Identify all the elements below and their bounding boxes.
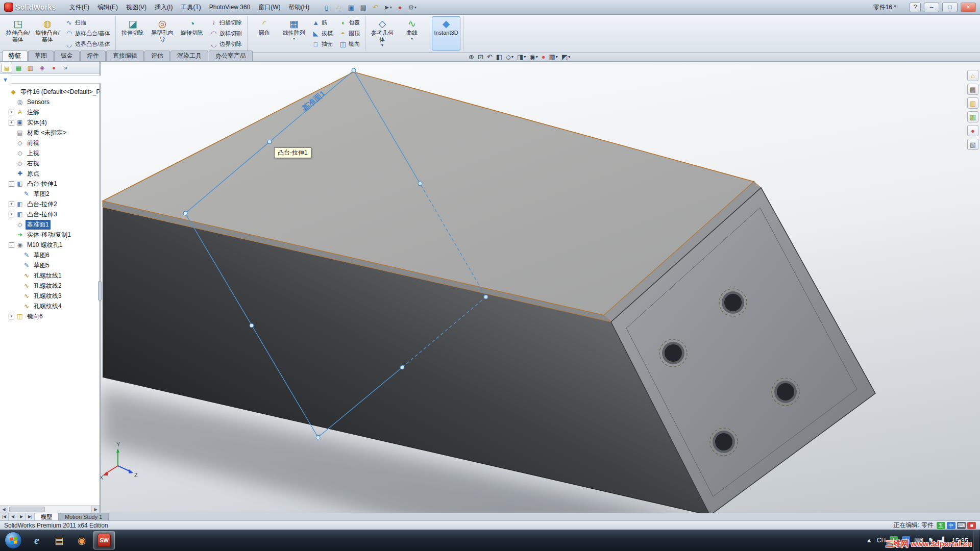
configurationmanager-tab[interactable]: ▥ [25, 63, 36, 72]
mirror-button[interactable]: ◫镜向 [336, 40, 362, 48]
previous-view-button[interactable]: ↶ [487, 53, 493, 61]
tree-item-sketch2[interactable]: ✎草图2 [0, 189, 100, 199]
filter-input[interactable] [11, 76, 104, 84]
tree-expander-icon[interactable]: + [9, 120, 14, 126]
rebuild-button[interactable]: ● [394, 2, 406, 13]
dome-button[interactable]: ◓圆顶 [336, 29, 362, 38]
save-button[interactable]: ▣ [345, 2, 357, 13]
extruded-boss-button[interactable]: ◳拉伸凸台/基体 [4, 16, 32, 51]
options-button[interactable]: ⚙▾ [406, 2, 418, 13]
tree-item-sketch6[interactable]: ✎草图6 [0, 250, 100, 260]
tree-expander-icon[interactable]: + [9, 202, 14, 207]
taskbar-media-button[interactable]: ◉ [71, 531, 92, 549]
tree-expander-icon[interactable]: + [9, 314, 14, 319]
tree-item-origin[interactable]: ✚原点 [0, 168, 100, 179]
graphics-viewport[interactable]: 基准面1 Y X Z 凸台-拉伸1 ⌂▤▥▦●▧ [101, 62, 980, 513]
view-palette-tab[interactable]: ▦ [967, 111, 978, 122]
sheet-nav-next[interactable]: ▶ [17, 513, 26, 520]
menu-insert[interactable]: 插入(I) [151, 2, 177, 13]
custom-properties-tab[interactable]: ▧ [967, 139, 978, 150]
view-settings-button[interactable]: ◩▾ [561, 53, 570, 61]
zoom-fit-button[interactable]: ⊕ [469, 53, 474, 61]
instant3d-button[interactable]: ◆Instant3D [432, 16, 460, 51]
taskbar-ie-button[interactable]: e [26, 531, 47, 549]
propertymanager-tab[interactable]: ▦ [13, 63, 24, 72]
soft-keyboard-icon[interactable]: ⌨ [957, 522, 966, 529]
start-button[interactable] [5, 532, 22, 549]
tree-item-boss-extrude1[interactable]: -◧凸台-拉伸1 [0, 179, 100, 189]
model-canvas[interactable]: 基准面1 Y X Z [101, 62, 980, 513]
view-orientation-button[interactable]: ◇▾ [506, 53, 513, 61]
select-button[interactable]: ➤▾ [382, 2, 394, 13]
tree-expander-icon[interactable]: + [9, 110, 14, 115]
tree-item-body-move-copy1[interactable]: ➜实体-移动/复制1 [0, 230, 100, 240]
tree-item-m10-tapped-hole1[interactable]: -◉M10 螺纹孔1 [0, 240, 100, 250]
hole-wizard-button[interactable]: ◎异型孔向导 [148, 16, 177, 51]
hidden-icons-button[interactable]: ▲ [866, 537, 873, 544]
curves-button[interactable]: ∿曲线▾ [398, 16, 426, 51]
file-explorer-tab[interactable]: ▥ [967, 97, 978, 109]
tree-item-right-plane[interactable]: ◇右视 [0, 158, 100, 168]
shell-button[interactable]: □抽壳 [309, 40, 335, 48]
swept-boss-button[interactable]: ∿扫描 [63, 18, 113, 27]
menu-help[interactable]: 帮助(H) [285, 2, 314, 13]
tree-item-thread4[interactable]: ∿孔螺纹线4 [0, 301, 100, 311]
tab-evaluate[interactable]: 评估 [144, 51, 170, 61]
tree-item-annotations[interactable]: +A注解 [0, 107, 100, 117]
model-tab[interactable]: 模型 [35, 513, 59, 520]
tree-item-boss-extrude2[interactable]: +◧凸台-拉伸2 [0, 199, 100, 209]
menu-view[interactable]: 视图(V) [122, 2, 151, 13]
tree-expander-icon[interactable]: + [9, 212, 14, 217]
menu-file[interactable]: 文件(F) [65, 2, 93, 13]
featuremanager-tree-tab[interactable]: ▤ [2, 63, 12, 72]
tab-office-products[interactable]: 办公室产品 [209, 51, 253, 61]
linear-pattern-button[interactable]: ▦线性阵列▾ [280, 16, 308, 51]
print-button[interactable]: ▤ [357, 2, 369, 13]
taskbar-explorer-button[interactable]: ▤ [48, 531, 70, 549]
ime-status-icon[interactable]: 中 [947, 522, 955, 529]
scroll-right-button[interactable]: ▶ [91, 506, 100, 513]
tree-item-thread1[interactable]: ∿孔螺纹线1 [0, 270, 100, 281]
edit-appearance-button[interactable]: ● [542, 53, 546, 61]
motion-study-tab[interactable]: Motion Study 1 [59, 513, 109, 520]
sheet-nav-last[interactable]: ▶| [26, 513, 35, 520]
scroll-thumb[interactable] [9, 507, 45, 512]
menu-photoview360[interactable]: PhotoView 360 [205, 2, 255, 12]
hide-show-items-button[interactable]: ◉▾ [529, 53, 537, 61]
tab-render-tools[interactable]: 渲染工具 [170, 51, 208, 61]
tab-weldments[interactable]: 焊件 [80, 51, 106, 61]
tree-expander-icon[interactable]: - [9, 181, 14, 187]
display-style-button[interactable]: ◨▾ [517, 53, 526, 61]
show-desktop-button[interactable] [973, 530, 979, 551]
rib-button[interactable]: ▲筋 [309, 18, 335, 27]
boundary-cut-button[interactable]: ◡边界切除 [207, 40, 244, 48]
taskbar-solidworks-button[interactable]: SW [93, 531, 115, 549]
tree-expander-icon[interactable]: - [9, 242, 14, 248]
tree-item-plane1[interactable]: ◇基准面1 [0, 219, 100, 230]
sheet-nav-first[interactable]: |◀ [0, 513, 9, 520]
ime-wubi-icon[interactable]: 五 [937, 522, 945, 529]
tree-item-boss-extrude3[interactable]: +◧凸台-拉伸3 [0, 209, 100, 219]
minimize-button[interactable]: – [924, 3, 939, 12]
menu-window[interactable]: 窗口(W) [254, 2, 284, 13]
tree-item-part-root[interactable]: ◆零件16 (Default<<Default>_P... [0, 87, 100, 97]
revolved-cut-button[interactable]: ◔旋转切除 [178, 16, 206, 51]
tab-sheet-metal[interactable]: 钣金 [54, 51, 80, 61]
undo-button[interactable]: ↶ [370, 2, 381, 13]
solidworks-resources-tab[interactable]: ⌂ [967, 70, 978, 81]
revolved-boss-button[interactable]: ◍旋转凸台/基体 [33, 16, 62, 51]
tree-item-front-plane[interactable]: ◇前视 [0, 138, 100, 148]
language-indicator[interactable]: CH [877, 537, 886, 544]
draft-button[interactable]: ◣拔模 [309, 29, 335, 38]
close-button[interactable]: × [961, 3, 976, 12]
sheet-nav-prev[interactable]: ◀ [9, 513, 17, 520]
lofted-cut-button[interactable]: ◠放样切割 [207, 29, 244, 38]
new-document-button[interactable]: ▯ [321, 2, 332, 13]
swept-cut-button[interactable]: ≀扫描切除 [207, 18, 244, 27]
extruded-cut-button[interactable]: ◪拉伸切除 [118, 16, 147, 51]
menu-edit[interactable]: 编辑(E) [93, 2, 122, 13]
tree-item-solid-bodies[interactable]: +▣实体(4) [0, 117, 100, 128]
panel-horizontal-scrollbar[interactable]: ◀ ▶ [0, 505, 100, 513]
help-button[interactable]: ? [910, 3, 921, 12]
tab-features[interactable]: 特征 [2, 51, 28, 61]
